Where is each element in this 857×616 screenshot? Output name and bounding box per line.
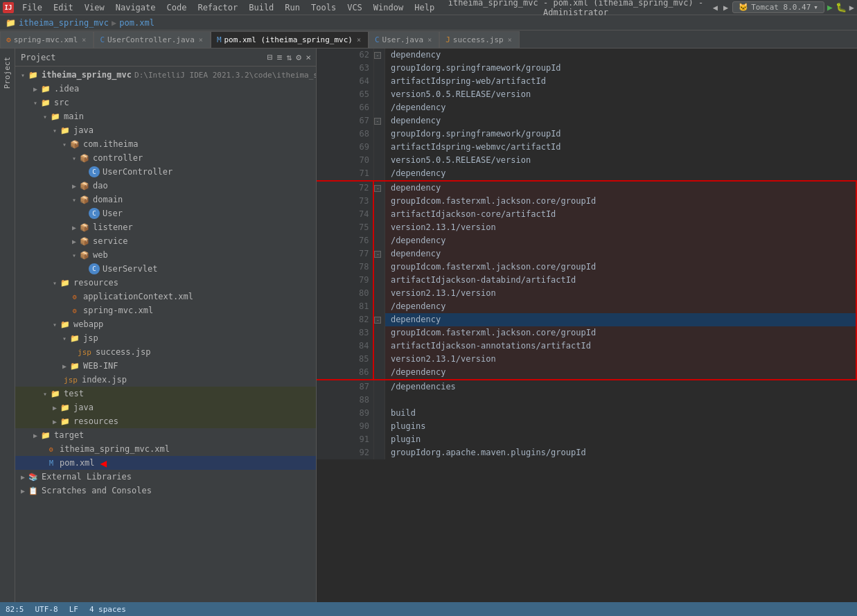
tab-success-jsp-close[interactable]: ×: [506, 35, 513, 44]
menu-build[interactable]: Build: [243, 1, 279, 14]
tree-item-appcontext[interactable]: ⚙ applicationContext.xml: [15, 290, 316, 303]
menu-help[interactable]: Help: [409, 1, 440, 14]
code-editor[interactable]: 62- dependency63 groupIdorg.springframew…: [317, 49, 857, 602]
file-tree[interactable]: ▾ 📁 itheima_spring_mvc D:\IntelliJ IDEA …: [15, 67, 316, 602]
tree-item-resources-test[interactable]: ▶ 📁 resources: [15, 414, 316, 428]
sort-icon[interactable]: ⇅: [285, 51, 294, 64]
tab-spring-mvc-xml-close[interactable]: ×: [80, 35, 87, 44]
tree-item-index-jsp[interactable]: jsp index.jsp: [15, 373, 316, 387]
tree-item-java[interactable]: ▾ 📁 java: [15, 123, 316, 137]
tab-pom-xml-close[interactable]: ×: [355, 35, 362, 44]
label-src: src: [54, 98, 69, 107]
label-resources-test: resources: [73, 416, 118, 426]
menu-navigate[interactable]: Navigate: [110, 1, 161, 14]
tree-item-jsp-folder[interactable]: ▾ 📁 jsp: [15, 331, 316, 345]
menu-code[interactable]: Code: [161, 1, 193, 14]
arrow-web: ▾: [69, 252, 79, 259]
tree-item-service[interactable]: ▶ 📦 service: [15, 234, 316, 248]
tree-item-src[interactable]: ▾ 📁 src: [15, 96, 316, 109]
pom-arrow-annotation: ◀: [100, 457, 107, 470]
table-row: 66 /dependency: [317, 101, 856, 114]
tree-item-usercontroller[interactable]: C UserController: [15, 165, 316, 179]
tree-item-dao[interactable]: ▶ 📦 dao: [15, 179, 316, 193]
menu-file[interactable]: File: [17, 1, 48, 14]
tomcat-run-config[interactable]: 🐱 Tomcat 8.0.47 ▾: [732, 1, 824, 13]
tree-item-success-jsp[interactable]: jsp success.jsp: [15, 345, 316, 359]
tree-item-domain[interactable]: ▾ 📦 domain: [15, 193, 316, 206]
forward-icon[interactable]: ▶: [722, 1, 730, 14]
menu-window[interactable]: Window: [368, 1, 409, 14]
icon-external-libs: 📚: [28, 471, 39, 482]
tree-item-idea[interactable]: ▶ 📁 .idea: [15, 82, 316, 96]
menu-view[interactable]: View: [79, 1, 110, 14]
breadcrumb-project[interactable]: itheima_spring_mvc: [19, 18, 109, 28]
tab-success-jsp[interactable]: J success.jsp ×: [439, 31, 520, 48]
table-row: 88: [317, 394, 856, 407]
code-cell: dependency: [385, 181, 856, 195]
collapse-all-icon[interactable]: ⊟: [265, 51, 275, 64]
tree-item-target[interactable]: ▶ 📁 target: [15, 428, 316, 442]
line-number: 69: [317, 141, 373, 154]
status-line-sep: LF: [69, 605, 78, 614]
tab-spring-mvc-xml[interactable]: ⚙ spring-mvc.xml ×: [0, 31, 94, 48]
tree-item-webapp[interactable]: ▾ 📁 webapp: [15, 317, 316, 331]
tree-item-external-libs[interactable]: ▶ 📚 External Libraries: [15, 470, 316, 484]
tab-usercontroller-close[interactable]: ×: [197, 35, 204, 44]
menu-tools[interactable]: Tools: [306, 1, 342, 14]
menu-run[interactable]: Run: [279, 1, 306, 14]
menu-refactor[interactable]: Refactor: [192, 1, 243, 14]
tree-item-scratches[interactable]: ▶ 📋 Scratches and Consoles: [15, 484, 316, 498]
menu-edit[interactable]: Edit: [48, 1, 79, 14]
back-icon[interactable]: ◀: [712, 1, 719, 14]
icon-web: 📦: [79, 249, 90, 261]
debug-button-icon[interactable]: 🐛: [836, 2, 847, 12]
fold-marker[interactable]: -: [374, 52, 381, 59]
fold-marker[interactable]: -: [374, 118, 381, 125]
run-with-coverage-icon[interactable]: ▶: [849, 3, 854, 12]
tree-item-java-test[interactable]: ▶ 📁 java: [15, 401, 316, 414]
tree-item-userservlet[interactable]: C UserServlet: [15, 262, 316, 276]
arrow-webinf: ▶: [60, 362, 69, 370]
tree-item-controller[interactable]: ▾ 📦 controller: [15, 151, 316, 165]
settings-icon[interactable]: ⚙: [294, 51, 303, 64]
tree-item-itheima-xml[interactable]: ⚙ itheima_spring_mvc.xml: [15, 442, 316, 456]
tree-item-spring-mvc[interactable]: ⚙ spring-mvc.xml: [15, 303, 316, 317]
tree-item-com-itheima[interactable]: ▾ 📦 com.itheima: [15, 137, 316, 151]
tomcat-dropdown-icon[interactable]: ▾: [813, 3, 818, 12]
fold-marker[interactable]: -: [374, 251, 381, 258]
tree-item-resources[interactable]: ▾ 📁 resources: [15, 276, 316, 290]
tree-item-web[interactable]: ▾ 📦 web: [15, 248, 316, 262]
tab-pom-xml[interactable]: M pom.xml (itheima_spring_mvc) ×: [211, 31, 369, 48]
vtab-project[interactable]: Project: [1, 51, 13, 94]
icon-webinf: 📁: [69, 360, 80, 371]
run-button-icon[interactable]: ▶: [827, 2, 833, 12]
tab-user-java[interactable]: C User.java ×: [369, 31, 439, 48]
breadcrumb-file[interactable]: pom.xml: [119, 18, 154, 28]
tree-item-pom-xml[interactable]: M pom.xml ◀: [15, 456, 316, 470]
line-number: 78: [317, 261, 373, 274]
tree-item-main[interactable]: ▾ 📁 main: [15, 109, 316, 123]
table-row: 78 groupIdcom.fasterxml.jackson.core/gro…: [317, 261, 856, 274]
label-controller: controller: [93, 153, 143, 163]
menu-vcs[interactable]: VCS: [342, 1, 368, 14]
fold-marker[interactable]: -: [374, 185, 381, 192]
sidebar-panel: Project ⊟ ≡ ⇅ ⚙ × ▾ 📁 itheima_spring_mvc…: [15, 49, 317, 602]
table-row: 86 /dependency: [317, 366, 856, 380]
gutter-cell: [373, 366, 385, 380]
tree-item-listener[interactable]: ▶ 📦 listener: [15, 220, 316, 234]
tree-item-webinf[interactable]: ▶ 📁 WEB-INF: [15, 359, 316, 373]
close-sidebar-icon[interactable]: ×: [303, 51, 313, 64]
table-row: 90 plugins: [317, 420, 856, 433]
tree-item-user[interactable]: C User: [15, 206, 316, 220]
fold-marker[interactable]: -: [374, 317, 381, 324]
tab-user-java-close[interactable]: ×: [426, 35, 433, 44]
tab-usercontroller[interactable]: C UserController.java ×: [94, 31, 211, 48]
expand-all-icon[interactable]: ≡: [275, 51, 285, 64]
arrow-jsp-folder: ▾: [60, 335, 69, 342]
code-cell: version2.13.1/version: [385, 353, 856, 366]
table-row: 89 build: [317, 407, 856, 420]
tree-item-root[interactable]: ▾ 📁 itheima_spring_mvc D:\IntelliJ IDEA …: [15, 68, 316, 82]
tree-item-test[interactable]: ▾ 📁 test: [15, 387, 316, 401]
icon-dao: 📦: [79, 180, 90, 191]
line-number: 91: [317, 433, 373, 446]
